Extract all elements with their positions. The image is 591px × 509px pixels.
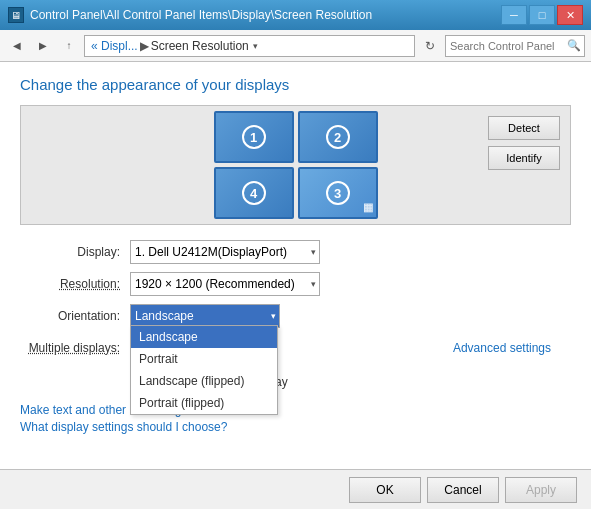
monitor-tile-4[interactable]: 4 (214, 167, 294, 219)
close-button[interactable]: ✕ (557, 5, 583, 25)
main-content: Change the appearance of your displays 1… (0, 62, 591, 509)
display-label: Display: (20, 245, 130, 259)
identify-button[interactable]: Identify (488, 146, 560, 170)
monitor-tile-1[interactable]: 1 (214, 111, 294, 163)
breadcrumb-dropdown-icon[interactable]: ▾ (253, 41, 258, 51)
monitor-num-4: 4 (242, 181, 266, 205)
up-button[interactable]: ↑ (58, 35, 80, 57)
resolution-row: Resolution: 1920 × 1200 (Recommended) ▾ (20, 271, 571, 297)
multiple-displays-label: Multiple displays: (20, 341, 130, 355)
monitor-tile-3[interactable]: 3 (298, 167, 378, 219)
detect-identify-buttons: Detect Identify (488, 116, 560, 170)
title-bar: 🖥 Control Panel\All Control Panel Items\… (0, 0, 591, 30)
orientation-dropdown[interactable]: Landscape Portrait Landscape (flipped) P… (130, 325, 278, 415)
breadcrumb-bar[interactable]: « Displ... ▶ Screen Resolution ▾ (84, 35, 415, 57)
display-preview: 1 2 4 3 Detect Identify (20, 105, 571, 225)
dropdown-item-landscape[interactable]: Landscape (131, 326, 277, 348)
address-bar: ◀ ▶ ↑ « Displ... ▶ Screen Resolution ▾ ↻… (0, 30, 591, 62)
form-section: Display: 1. Dell U2412M(DisplayPort) ▾ R… (20, 239, 571, 395)
display-row: Display: 1. Dell U2412M(DisplayPort) ▾ (20, 239, 571, 265)
resolution-select-wrap: 1920 × 1200 (Recommended) ▾ (130, 272, 320, 296)
display-settings-link[interactable]: What display settings should I choose? (20, 420, 571, 434)
multiple-displays-row: Multiple displays: display ▾ Advanced se… (20, 335, 571, 361)
breadcrumb-parent[interactable]: « Displ... (91, 39, 138, 53)
display-select[interactable]: 1. Dell U2412M(DisplayPort) (130, 240, 320, 264)
breadcrumb-current: Screen Resolution (151, 39, 249, 53)
monitors-container: 1 2 4 3 (214, 111, 378, 219)
cancel-button[interactable]: Cancel (427, 477, 499, 503)
orientation-label: Orientation: (20, 309, 130, 323)
monitor-num-3: 3 (326, 181, 350, 205)
monitor-num-2: 2 (326, 125, 350, 149)
forward-button[interactable]: ▶ (32, 35, 54, 57)
title-bar-text: Control Panel\All Control Panel Items\Di… (30, 8, 501, 22)
search-icon: 🔍 (567, 39, 581, 52)
monitor-num-1: 1 (242, 125, 266, 149)
search-input[interactable] (445, 35, 585, 57)
refresh-button[interactable]: ↻ (419, 35, 441, 57)
resolution-label: Resolution: (20, 277, 130, 291)
breadcrumb-separator: ▶ (140, 39, 149, 53)
bottom-bar: OK Cancel Apply (0, 469, 591, 509)
orientation-row: Orientation: Landscape Portrait Landscap… (20, 303, 571, 329)
dropdown-item-portrait-flipped[interactable]: Portrait (flipped) (131, 392, 277, 414)
display-select-wrap: 1. Dell U2412M(DisplayPort) ▾ (130, 240, 320, 264)
dropdown-item-landscape-flipped[interactable]: Landscape (flipped) (131, 370, 277, 392)
advanced-settings-link[interactable]: Advanced settings (453, 341, 551, 355)
window-icon-glyph: 🖥 (11, 10, 21, 21)
dropdown-item-portrait[interactable]: Portrait (131, 348, 277, 370)
back-button[interactable]: ◀ (6, 35, 28, 57)
ok-button[interactable]: OK (349, 477, 421, 503)
link-section: Make text and other items larger or smal… (20, 403, 571, 434)
window-icon: 🖥 (8, 7, 24, 23)
text-size-link[interactable]: Make text and other items larger or smal… (20, 403, 571, 417)
minimize-button[interactable]: ─ (501, 5, 527, 25)
detect-button[interactable]: Detect (488, 116, 560, 140)
apply-button[interactable]: Apply (505, 477, 577, 503)
title-bar-buttons: ─ □ ✕ (501, 5, 583, 25)
monitor-tile-2[interactable]: 2 (298, 111, 378, 163)
maximize-button[interactable]: □ (529, 5, 555, 25)
resolution-select[interactable]: 1920 × 1200 (Recommended) (130, 272, 320, 296)
search-wrap: 🔍 (445, 35, 585, 57)
page-title: Change the appearance of your displays (20, 76, 571, 93)
